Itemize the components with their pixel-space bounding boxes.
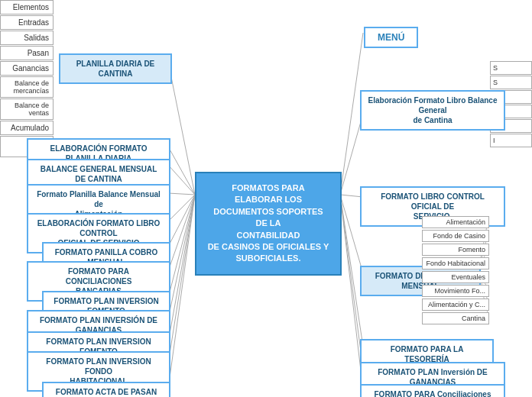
menu-node[interactable]: MENÚ [364, 27, 418, 48]
sidebar-item-elementos[interactable]: Elementos [0, 0, 54, 15]
svg-line-5 [168, 195, 195, 247]
svg-line-4 [168, 195, 195, 221]
sidebar-right-s1[interactable]: S [490, 61, 532, 75]
svg-line-9 [168, 195, 195, 342]
sidebar-item-acumulado[interactable]: Acumulado [0, 121, 54, 135]
sidebar-right-s2[interactable]: S [490, 76, 532, 89]
sidebar-left: Elementos Entradas Salidas Pasan Gananci… [0, 0, 54, 158]
label-eventuales: Eventuales [422, 271, 489, 283]
sidebar-item-ganancias[interactable]: Ganancias [0, 61, 54, 76]
sidebar-right-i[interactable]: I [490, 134, 532, 147]
label-cantina: Cantina [422, 312, 489, 324]
label-alimentacion-c: Alimentación y C... [422, 299, 489, 311]
label-fondo-casino: Fondo de Casino [422, 230, 489, 242]
svg-line-2 [168, 165, 195, 195]
svg-line-7 [168, 195, 195, 298]
svg-line-10 [168, 195, 195, 363]
elaboracion-libro-balance-node[interactable]: Elaboración Formato Libro Balance Genera… [360, 90, 505, 131]
planilla-mensual-labels: Alimentación Fondo de Casino Fomento Fon… [422, 216, 489, 326]
svg-line-1 [168, 147, 195, 195]
label-movimiento-fo: Movimiento Fo... [422, 285, 489, 297]
center-node: FORMATOS PARA ELABORAR LOS DOCUMENTOS SO… [195, 172, 342, 276]
sidebar-item-pasan[interactable]: Pasan [0, 46, 54, 60]
planilla-diaria-node[interactable]: PLANILLA DIARIA DE CANTINA [59, 53, 172, 84]
svg-line-3 [168, 193, 195, 195]
label-fondo-habitacional: Fondo Habitacional [422, 257, 489, 270]
svg-line-11 [168, 195, 195, 389]
sidebar-item-salidas[interactable]: Salidas [0, 31, 54, 45]
svg-line-8 [168, 195, 195, 318]
sidebar-item-entradas[interactable]: Entradas [0, 15, 54, 30]
svg-line-0 [168, 62, 195, 195]
sidebar-item-balance-ventas[interactable]: Balance de ventas [0, 98, 54, 120]
label-alimentacion: Alimentación [422, 216, 489, 228]
formato-acta-pasan-node[interactable]: FORMATO ACTA DE PASAN CANTINA [42, 382, 170, 397]
formato-conciliaciones-bancarias-node[interactable]: FORMATO PARA ConciliacionesBANCARIAS [360, 384, 505, 397]
sidebar-item-balance-mercancia[interactable]: Balance de mercancías [0, 76, 54, 98]
label-fomento: Fomento [422, 244, 489, 256]
svg-line-6 [168, 195, 195, 271]
